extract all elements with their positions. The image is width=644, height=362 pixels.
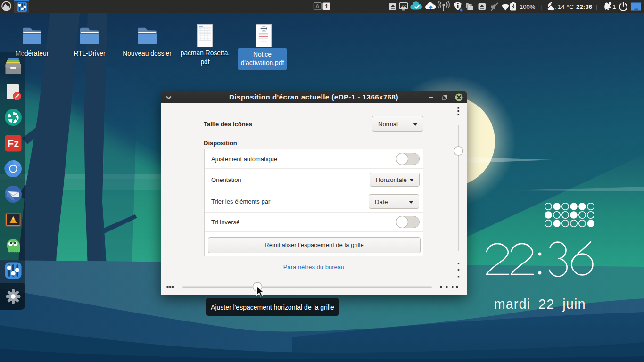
svg-text:Fz: Fz <box>8 138 19 149</box>
svg-text:1: 1 <box>612 3 616 10</box>
svg-text:|: | <box>596 3 597 10</box>
svg-text:ZZ: ZZ <box>401 4 406 8</box>
svg-text:100%: 100% <box>520 3 536 10</box>
svg-text:1: 1 <box>325 3 328 10</box>
svg-text:14 °C: 14 °C <box>558 3 574 10</box>
svg-text:|: | <box>540 3 542 10</box>
svg-text:A: A <box>315 3 320 10</box>
svg-text:22:36: 22:36 <box>576 3 592 10</box>
